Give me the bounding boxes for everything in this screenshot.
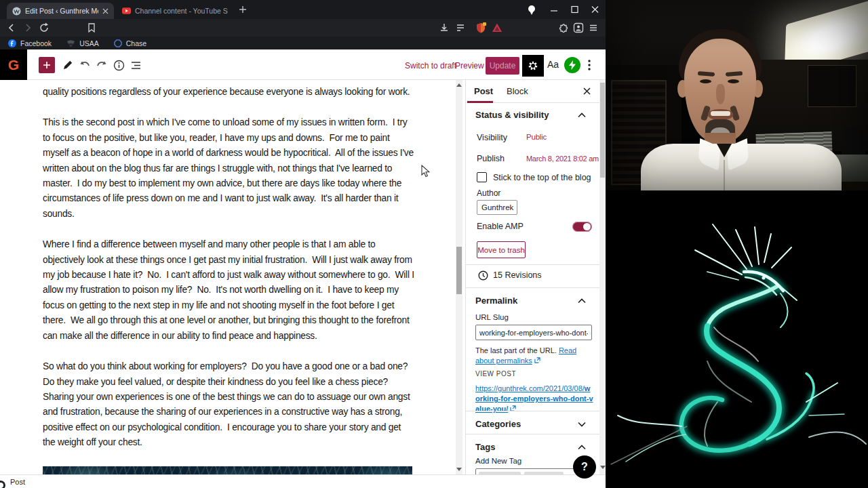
tags-title[interactable]: Tags — [475, 442, 495, 452]
paragraph-block[interactable]: This is the second post in which I've co… — [43, 115, 414, 222]
divider — [466, 264, 599, 265]
revisions-link[interactable]: 15 Revisions — [493, 270, 542, 280]
chevron-up-icon[interactable] — [578, 297, 586, 305]
typography-button[interactable]: Aa — [547, 59, 559, 70]
cabinet-door — [808, 65, 856, 107]
mouse-cursor — [421, 165, 430, 178]
add-new-tag-label: Add New Tag — [475, 457, 521, 465]
bookmark-chase[interactable]: Chase — [114, 39, 146, 47]
settings-button[interactable] — [522, 55, 544, 77]
close-sidebar-icon[interactable] — [583, 87, 591, 95]
revisions-clock-icon — [478, 270, 488, 281]
tab-youtube-studio[interactable]: Channel content - YouTube Studio — [117, 3, 233, 19]
shield-extension-icon[interactable] — [475, 22, 487, 34]
stick-to-top-label: Stick to the top of the blog — [493, 173, 591, 182]
reload-icon[interactable] — [38, 22, 50, 34]
categories-title[interactable]: Categories — [475, 419, 521, 429]
author-value: Gunthrek — [481, 203, 513, 211]
sidebar-scrollbar[interactable] — [599, 80, 606, 474]
external-link-icon — [534, 357, 540, 363]
visibility-value-link[interactable]: Public — [526, 133, 547, 141]
bookmark-icon[interactable] — [85, 22, 98, 34]
list-view-icon — [130, 60, 142, 70]
undo-button[interactable] — [78, 58, 92, 72]
browser-toolbar: wordpress.com/post/gunthrek.com/520 — [0, 19, 606, 37]
status-visibility-title: Status & visibility — [475, 110, 549, 120]
stick-to-top-checkbox[interactable] — [477, 172, 487, 182]
list-view-button[interactable] — [129, 58, 142, 72]
bookmark-label: Facebook — [20, 39, 52, 47]
chevron-up-icon[interactable] — [578, 443, 586, 451]
bookmark-label: USAA — [79, 39, 99, 47]
move-to-trash-button[interactable]: Move to trash — [477, 241, 526, 258]
scroll-down-icon[interactable] — [456, 468, 462, 471]
author-select[interactable]: Gunthrek — [477, 200, 517, 215]
chevron-down-icon[interactable] — [578, 420, 586, 428]
editor-scrollbar[interactable] — [456, 80, 462, 474]
permalink-help-text: The last part of the URL. Read about per… — [475, 346, 589, 366]
person-teeth — [711, 111, 730, 116]
scroll-down-icon[interactable] — [600, 466, 606, 469]
jetpack-button[interactable] — [564, 57, 580, 73]
back-icon[interactable] — [5, 22, 18, 34]
minimize-button[interactable] — [547, 5, 561, 14]
profile-icon[interactable] — [572, 22, 585, 34]
download-icon[interactable] — [438, 22, 450, 34]
tab-block[interactable]: Block — [507, 86, 528, 96]
reading-list-icon[interactable] — [454, 22, 467, 34]
publish-value-link[interactable]: March 8, 2021 8:02 am — [526, 155, 599, 163]
site-logo[interactable]: G — [0, 49, 27, 80]
divider — [466, 287, 599, 288]
update-label: Update — [490, 61, 516, 70]
divider — [466, 434, 599, 434]
maximize-button[interactable] — [567, 5, 582, 14]
preview-button[interactable]: Preview — [455, 61, 484, 70]
redo-button[interactable] — [95, 58, 108, 72]
tab-post[interactable]: Post — [474, 86, 493, 96]
bookmark-usaa[interactable]: USAA — [66, 39, 99, 47]
forward-icon[interactable] — [22, 22, 34, 34]
trash-label: Move to trash — [477, 246, 525, 254]
help-button[interactable]: ? — [573, 455, 596, 479]
usaa-icon — [66, 39, 75, 47]
view-post-label: VIEW POST — [475, 370, 516, 378]
editor-scrollbar-thumb[interactable] — [456, 247, 462, 294]
wordpress-logo-partial — [0, 481, 5, 488]
add-block-button[interactable] — [39, 57, 55, 73]
switch-to-draft-button[interactable]: Switch to draft — [405, 61, 456, 70]
pin-icon — [527, 5, 536, 16]
paragraph-block[interactable]: So what do you think about working for e… — [43, 359, 414, 450]
more-options-button[interactable] — [584, 58, 595, 72]
visibility-label: Visibility — [477, 133, 507, 142]
image-block[interactable] — [43, 466, 412, 474]
paragraph-block[interactable]: quality positions regardless of your exp… — [43, 85, 414, 100]
scroll-up-icon[interactable] — [456, 83, 462, 87]
dragon-artwork-icon — [606, 199, 868, 488]
tab-edit-post[interactable]: Edit Post ‹ Gunthrek Media — W — [7, 3, 114, 19]
edit-tool-button[interactable] — [61, 58, 75, 72]
video-letterbox — [606, 190, 868, 199]
close-button[interactable] — [587, 5, 602, 14]
kebab-icon — [588, 60, 591, 70]
tab-close-icon[interactable] — [102, 8, 108, 14]
extensions-puzzle-icon[interactable] — [557, 22, 570, 34]
person-mouth — [708, 109, 733, 120]
site-logo-letter: G — [8, 57, 19, 73]
url-slug-input[interactable] — [475, 325, 592, 340]
person-eye — [700, 79, 711, 83]
triangle-extension-icon[interactable] — [491, 22, 503, 34]
new-tab-icon[interactable] — [239, 5, 247, 14]
view-post-link[interactable]: https://gunthrek.com/2021/03/08/working-… — [475, 384, 593, 414]
chevron-up-icon[interactable] — [578, 111, 586, 119]
details-button[interactable] — [112, 58, 125, 72]
enable-amp-toggle[interactable] — [572, 222, 592, 232]
lightning-icon — [568, 60, 576, 70]
toggle-knob — [583, 223, 591, 230]
editor-header: G Switch to draft Preview Update — [0, 49, 606, 80]
browser-menu-icon[interactable] — [587, 22, 599, 34]
plus-icon — [42, 60, 52, 70]
paragraph-block[interactable]: Where I find a difference between myself… — [43, 237, 414, 344]
sidebar-scrollbar-thumb[interactable] — [600, 83, 605, 178]
update-button[interactable]: Update — [486, 57, 519, 75]
bookmark-facebook[interactable]: Facebook — [8, 39, 52, 47]
